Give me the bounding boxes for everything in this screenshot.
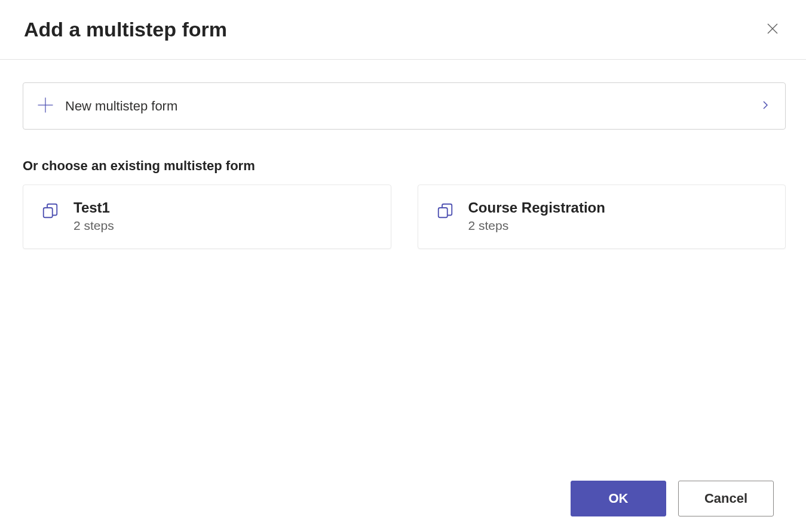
new-form-label: New multistep form xyxy=(65,99,177,114)
form-card-subtitle: 2 steps xyxy=(468,219,605,233)
ok-button[interactable]: OK xyxy=(571,481,666,516)
form-card-test1[interactable]: Test1 2 steps xyxy=(23,184,391,249)
form-card-title: Course Registration xyxy=(468,199,605,216)
dialog-header: Add a multistep form xyxy=(0,0,806,60)
form-card-title: Test1 xyxy=(73,199,114,216)
chevron-right-icon xyxy=(760,100,771,112)
form-card-text: Test1 2 steps xyxy=(73,199,114,233)
existing-forms-heading: Or choose an existing multistep form xyxy=(23,158,786,174)
form-cards-container: Test1 2 steps Course Registration 2 step… xyxy=(23,184,786,249)
new-form-left: New multistep form xyxy=(36,96,177,116)
dialog-body: New multistep form Or choose an existing… xyxy=(0,60,806,249)
form-card-course-registration[interactable]: Course Registration 2 steps xyxy=(418,184,786,249)
form-card-text: Course Registration 2 steps xyxy=(468,199,605,233)
form-icon xyxy=(41,202,59,222)
plus-icon xyxy=(36,96,54,116)
new-multistep-form-button[interactable]: New multistep form xyxy=(23,82,786,130)
svg-rect-5 xyxy=(438,208,447,217)
form-card-subtitle: 2 steps xyxy=(73,219,114,233)
dialog-title: Add a multistep form xyxy=(24,18,227,41)
cancel-button[interactable]: Cancel xyxy=(678,481,774,516)
close-button[interactable] xyxy=(763,19,782,40)
close-icon xyxy=(765,21,780,38)
svg-rect-4 xyxy=(44,208,53,217)
form-icon xyxy=(436,202,454,222)
dialog-footer: OK Cancel xyxy=(571,481,774,516)
